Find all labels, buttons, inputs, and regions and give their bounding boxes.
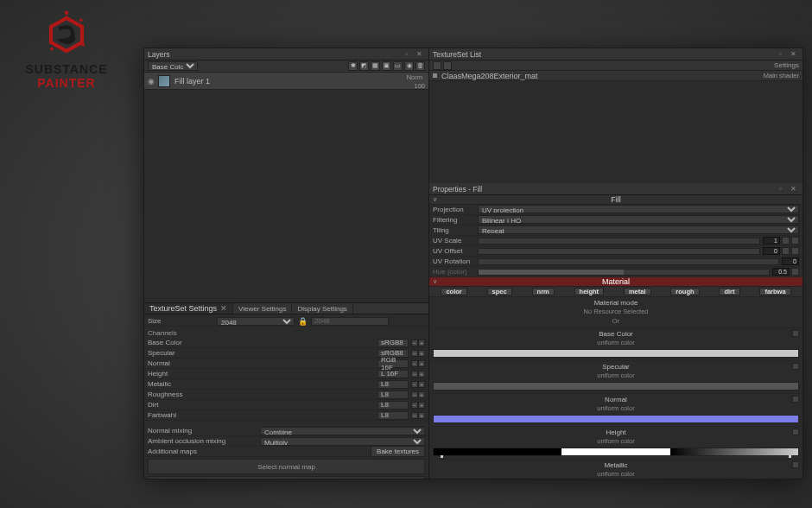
lock-icon[interactable]: 🔒 <box>298 317 308 326</box>
hue-slider[interactable] <box>478 269 770 276</box>
channel-format-select[interactable]: L8 <box>377 391 409 399</box>
filtering-select[interactable]: Bilinear | HQ <box>478 215 799 224</box>
textureset-item[interactable]: ClaasMega208Exterior_mat Main shader <box>429 71 802 81</box>
reset-icon[interactable] <box>791 247 799 255</box>
uvoffset-slider[interactable] <box>478 248 760 255</box>
uvoffset-value[interactable]: 0 <box>763 247 780 255</box>
uvrotation-value[interactable]: 0 <box>782 257 799 265</box>
link-icon[interactable] <box>782 237 790 244</box>
channel-pill[interactable]: dirt <box>719 288 739 295</box>
channel-format-select[interactable]: L8 <box>377 401 409 410</box>
color-swatch[interactable] <box>433 448 799 456</box>
hue-value[interactable]: 0.5 <box>772 268 790 276</box>
channel-pill[interactable]: farbwa <box>759 288 790 295</box>
close-icon[interactable]: ✕ <box>790 185 799 194</box>
undock-icon[interactable]: ▫ <box>405 50 414 59</box>
add-effect-icon[interactable]: ✱ <box>348 61 358 71</box>
map-slot[interactable]: Select normal map <box>148 459 425 474</box>
close-icon[interactable]: ✕ <box>790 50 799 59</box>
remove-channel-button[interactable]: − <box>411 402 418 409</box>
close-tab-icon[interactable]: ✕ <box>220 304 227 313</box>
bake-textures-button[interactable]: Bake textures <box>371 446 425 457</box>
reset-icon[interactable] <box>791 237 799 244</box>
channel-pill[interactable]: rough <box>670 288 699 295</box>
filter-icon[interactable] <box>443 61 452 70</box>
options-icon[interactable] <box>792 330 799 337</box>
or-label: Or <box>429 317 802 327</box>
layer-opacity[interactable]: 100 <box>414 82 425 90</box>
tab-display-settings[interactable]: Display Settings <box>292 303 352 314</box>
visibility-icon[interactable] <box>433 73 437 78</box>
options-icon[interactable] <box>792 461 799 468</box>
blend-mode[interactable]: Norm <box>407 73 422 81</box>
add-channel-button[interactable]: + <box>418 340 425 346</box>
tiling-select[interactable]: Repeat <box>478 225 799 234</box>
solo-icon[interactable] <box>433 61 441 70</box>
tslist-settings[interactable]: Settings <box>774 61 799 69</box>
uvscale-value[interactable]: 1 <box>763 237 780 244</box>
map-slot[interactable]: Select world space normal map <box>148 476 425 479</box>
add-channel-button[interactable]: + <box>418 350 425 357</box>
channel-pill[interactable]: spec <box>487 288 512 295</box>
channel-format-select[interactable]: sRGB8 <box>377 339 409 347</box>
add-mask-icon[interactable]: ◩ <box>359 61 369 71</box>
add-channel-button[interactable]: + <box>418 371 425 378</box>
visibility-icon[interactable]: ◉ <box>148 77 155 86</box>
tab-viewer-settings[interactable]: Viewer Settings <box>233 303 292 314</box>
channel-selector[interactable]: Base Color <box>148 61 198 71</box>
add-smart-icon[interactable]: ◉ <box>404 61 414 71</box>
add-channel-button[interactable]: + <box>418 412 425 419</box>
remove-channel-button[interactable]: − <box>411 340 418 346</box>
undock-icon[interactable]: ▫ <box>779 50 788 59</box>
color-swatch[interactable] <box>433 382 799 391</box>
color-swatch[interactable] <box>433 415 799 423</box>
reset-icon[interactable] <box>791 268 799 276</box>
options-icon[interactable] <box>792 396 799 403</box>
remove-channel-button[interactable]: − <box>411 350 418 357</box>
channel-format-select[interactable]: L8 <box>377 411 409 420</box>
add-layer-icon[interactable]: ▣ <box>382 61 391 71</box>
remove-channel-button[interactable]: − <box>411 391 418 398</box>
tab-textureset-settings[interactable]: TextureSet Settings✕ <box>144 303 233 314</box>
remove-channel-button[interactable]: − <box>411 412 418 419</box>
link-icon[interactable] <box>782 247 790 255</box>
remove-channel-button[interactable]: − <box>411 371 418 378</box>
add-channel-button[interactable]: + <box>418 360 425 367</box>
remove-channel-button[interactable]: − <box>411 360 418 367</box>
channel-format-select[interactable]: RGB 16F <box>377 359 409 368</box>
color-swatch[interactable] <box>433 349 799 358</box>
channel-format-select[interactable]: L8 <box>377 380 409 389</box>
channel-pill[interactable]: color <box>441 288 466 295</box>
fill-section-header[interactable]: ∨ Fill <box>429 195 802 205</box>
layer-item[interactable]: ◉ Fill layer 1 Norm 100 <box>144 73 428 90</box>
ao-mixing-select[interactable]: Multiply <box>260 437 425 446</box>
undock-icon[interactable]: ▫ <box>779 185 788 194</box>
channel-format-select[interactable]: L 16F <box>377 370 409 378</box>
remove-channel-button[interactable]: − <box>411 381 418 388</box>
add-channel-button[interactable]: + <box>418 381 425 388</box>
svg-point-0 <box>65 10 69 15</box>
channel-pill[interactable]: height <box>574 288 605 295</box>
uvscale-slider[interactable] <box>478 238 760 244</box>
material-channel: Metallic uniform color <box>429 460 802 479</box>
properties-header: Properties - Fill ▫ ✕ <box>429 183 802 195</box>
add-fill-icon[interactable]: ▦ <box>371 61 380 71</box>
add-channel-button[interactable]: + <box>418 391 425 398</box>
material-section-header[interactable]: ∨ Material <box>429 277 802 287</box>
add-channel-button[interactable]: + <box>418 402 425 409</box>
projection-select[interactable]: UV projection <box>478 205 799 213</box>
shader-name[interactable]: Main shader <box>764 72 799 79</box>
options-icon[interactable] <box>792 429 799 435</box>
uvrotation-slider[interactable] <box>478 258 779 265</box>
add-group-icon[interactable]: ▭ <box>393 61 403 71</box>
size-select[interactable]: 2048 <box>217 317 295 326</box>
options-icon[interactable] <box>792 363 799 370</box>
delete-icon[interactable]: 🗑 <box>416 61 425 71</box>
close-icon[interactable]: ✕ <box>416 50 425 59</box>
tslist-toolbar: Settings <box>429 60 802 71</box>
channel-pill[interactable]: metal <box>624 288 651 295</box>
normal-mixing-select[interactable]: Combine <box>260 427 425 435</box>
channel-pill[interactable]: nrm <box>532 288 555 295</box>
additional-maps-row: Additional maps Bake textures <box>144 447 428 457</box>
size-select-2[interactable]: 2048 <box>311 317 389 326</box>
